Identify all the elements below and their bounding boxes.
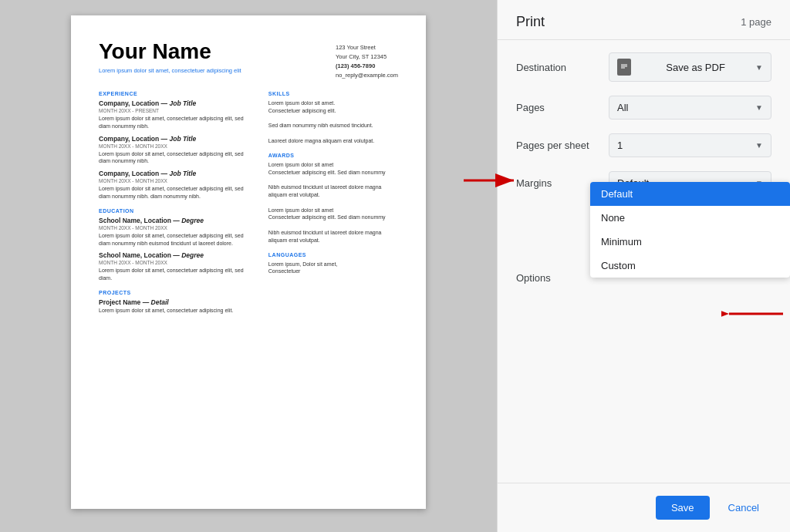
pages-per-sheet-label: Pages per sheet xyxy=(516,140,609,151)
margins-dropdown: Default None Minimum Custom xyxy=(590,182,790,278)
destination-control: Save as PDF ▼ xyxy=(609,52,771,82)
resume-left-column: EXPERIENCE Company, Location — Job Title… xyxy=(99,91,255,319)
pages-per-sheet-control: 1 ▼ xyxy=(609,133,771,157)
resume-tagline: Lorem ipsum dolor sit amet, consectetuer… xyxy=(99,67,241,74)
languages-title: LANGUAGES xyxy=(268,252,398,258)
awards-title: AWARDS xyxy=(268,153,398,158)
print-header: Print 1 page xyxy=(498,0,790,40)
resume-name-block: Your Name Lorem ipsum dolor sit amet, co… xyxy=(99,40,241,80)
pages-select[interactable]: All ▼ xyxy=(609,96,771,120)
cancel-button[interactable]: Cancel xyxy=(716,496,771,520)
pdf-icon xyxy=(617,59,631,76)
red-arrow-custom xyxy=(721,302,783,325)
experience-title: EXPERIENCE xyxy=(99,91,255,96)
pages-row: Pages All ▼ xyxy=(516,96,771,120)
pages-label: Pages xyxy=(516,102,609,113)
dropdown-item-none[interactable]: None xyxy=(590,206,790,230)
pages-per-sheet-value: 1 xyxy=(617,140,623,151)
resume-header: Your Name Lorem ipsum dolor sit amet, co… xyxy=(99,40,398,80)
pages-per-sheet-select[interactable]: 1 ▼ xyxy=(609,133,771,157)
pages-chevron: ▼ xyxy=(755,103,763,112)
print-title: Print xyxy=(516,14,545,30)
dropdown-item-default[interactable]: Default xyxy=(590,182,790,206)
preview-area: Your Name Lorem ipsum dolor sit amet, co… xyxy=(0,0,497,532)
resume-contact: 123 Your Street Your City, ST 12345 (123… xyxy=(336,43,398,80)
resume-page: Your Name Lorem ipsum dolor sit amet, co… xyxy=(71,15,426,509)
projects-title: PROJECTS xyxy=(99,290,255,295)
pages-per-sheet-row: Pages per sheet 1 ▼ xyxy=(516,133,771,157)
svg-rect-0 xyxy=(620,62,629,72)
destination-chevron: ▼ xyxy=(755,63,763,72)
dropdown-item-minimum[interactable]: Minimum xyxy=(590,230,790,254)
page-count: 1 page xyxy=(741,16,771,28)
print-panel: Print 1 page Destination Save as PDF ▼ P… xyxy=(497,0,790,532)
resume-body: EXPERIENCE Company, Location — Job Title… xyxy=(99,91,398,319)
pages-control: All ▼ xyxy=(609,96,771,120)
destination-row: Destination Save as PDF ▼ xyxy=(516,52,771,82)
dropdown-item-custom[interactable]: Custom xyxy=(590,254,790,278)
save-button[interactable]: Save xyxy=(656,496,710,520)
destination-value: Save as PDF xyxy=(666,62,725,73)
resume-right-column: SKILLS Lorem ipsum dolor sit amet.Consec… xyxy=(268,91,398,319)
destination-label: Destination xyxy=(516,62,609,73)
skills-title: SKILLS xyxy=(268,91,398,96)
education-title: EDUCATION xyxy=(99,208,255,214)
pages-per-sheet-chevron: ▼ xyxy=(755,141,763,150)
destination-select[interactable]: Save as PDF ▼ xyxy=(609,52,771,82)
print-footer: Save Cancel xyxy=(498,483,790,532)
pages-value: All xyxy=(617,102,628,113)
print-settings: Destination Save as PDF ▼ Pages All ▼ xyxy=(498,40,790,483)
resume-name: Your Name xyxy=(99,40,241,64)
